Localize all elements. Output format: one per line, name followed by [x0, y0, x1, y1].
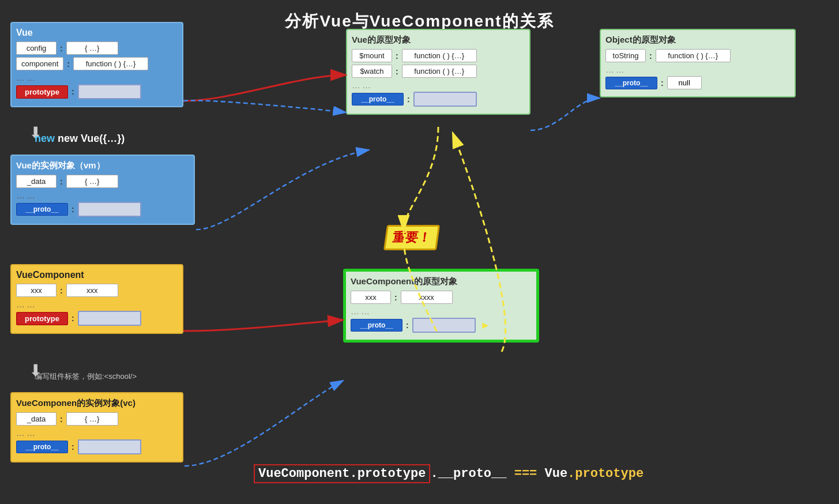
vuecomp-instance-box: VueComponen的实例对象(vc) _data : { …} …… __p… [10, 392, 183, 462]
vue-prototype-row: prototype : [16, 84, 178, 99]
watch-row: $watch : function ( ) {…} [352, 65, 525, 78]
vcp-dots: …… [351, 306, 532, 316]
colon: : [59, 177, 64, 186]
colon: : [70, 314, 76, 323]
vuecomp-instance-title: VueComponen的实例对象(vc) [16, 398, 178, 409]
vue-instance-box: Vue的实例对象（vm） _data : { …} …… __proto__ : [10, 155, 195, 225]
vc-instance-proto-key: __proto__ [16, 441, 68, 453]
vm-proto-key: __proto__ [16, 203, 68, 216]
formula-part2: .__proto__ [430, 467, 506, 481]
colon: : [648, 51, 653, 61]
vcp-xxx-key: xxx [351, 291, 391, 304]
watch-key: $watch [352, 65, 392, 78]
obj-proto-dots: …… [605, 65, 790, 74]
vc-data-row: _data : { …} [16, 412, 178, 426]
vue-prototype-key: prototype [16, 85, 68, 99]
colon: : [660, 78, 665, 88]
obj-proto-null: null [667, 76, 702, 89]
vc-instance-proto-row: __proto__ : [16, 439, 178, 454]
tostring-val: function ( ) {…} [656, 49, 731, 62]
colon: : [70, 205, 76, 214]
mount-row: $mount : function ( ) {…} [352, 49, 525, 62]
formula: VueComponent.prototype.__proto__ === Vue… [254, 467, 644, 481]
vm-data-val: { …} [66, 175, 118, 188]
vue-config-row: config : { …} [16, 42, 178, 55]
vue-component-key: component [16, 57, 63, 70]
vue-instance-title: Vue的实例对象（vm） [16, 160, 189, 171]
colon: : [405, 321, 410, 330]
vc-prototype-val [78, 311, 141, 326]
obj-proto-box: Object的原型对象 toString : function ( ) {…} … [600, 29, 796, 97]
tostring-key: toString [605, 49, 646, 62]
vc-instance-dots: …… [16, 428, 178, 438]
vue-proto-proto-row: __proto__ : [352, 92, 525, 107]
vc-instance-proto-val [78, 439, 141, 454]
vm-data-row: _data : { …} [16, 175, 189, 188]
formula-part3: === [506, 467, 544, 481]
formula-part4: Vue [545, 467, 568, 481]
vue-dots: …… [16, 73, 178, 82]
vm-proto-val [78, 202, 141, 217]
colon: : [59, 415, 64, 424]
vue-proto-dots: …… [352, 80, 525, 90]
formula-part5: .prototype [567, 467, 644, 481]
vuecomp-box-title: VueComponent [16, 270, 178, 280]
vc-xxx-val: xxx [66, 284, 118, 297]
vc-dots: …… [16, 299, 178, 309]
vue-proto-box: Vue的原型对象 $mount : function ( ) {…} $watc… [346, 29, 531, 115]
mount-key: $mount [352, 49, 392, 62]
formula-part1: VueComponent.prototype [254, 464, 430, 483]
vc-prototype-row: prototype : [16, 311, 178, 326]
vue-config-key: config [16, 42, 57, 55]
vue-component-row: component : function ( ) {…} [16, 57, 178, 70]
vue-config-val: { …} [66, 42, 118, 55]
vue-proto-proto-key: __proto__ [352, 93, 404, 106]
vm-dots: …… [16, 190, 189, 200]
vc-xxx-key: xxx [16, 284, 57, 297]
vue-component-val: function ( ) {…} [73, 57, 148, 70]
vue-proto-proto-val [413, 92, 477, 107]
vue-box: Vue config : { …} component : function (… [10, 22, 183, 107]
vue-prototype-val [78, 84, 141, 99]
vc-data-key: _data [16, 412, 57, 426]
colon: : [66, 59, 71, 69]
vc-data-val: { …} [66, 412, 118, 426]
colon: : [70, 442, 76, 452]
vcp-xxx-row: xxx : xxxx [351, 291, 532, 304]
vc-xxx-row: xxx : xxx [16, 284, 178, 297]
colon: : [70, 87, 76, 96]
arrow-right-small: ► [480, 319, 491, 332]
obj-proto-proto-key: __proto__ [605, 77, 657, 89]
new-vue-label: new new Vue({…}) [35, 133, 125, 145]
vm-data-key: _data [16, 175, 57, 188]
vm-proto-row: __proto__ : [16, 202, 189, 217]
vc-prototype-key: prototype [16, 312, 68, 325]
colon: : [394, 67, 400, 76]
vuecomp-proto-box: VueComponent的原型对象 xxx : xxxx …… __proto_… [343, 269, 539, 343]
vuecomp-box: VueComponent xxx : xxx …… prototype : [10, 264, 183, 334]
mount-val: function ( ) {…} [402, 49, 477, 62]
watch-val: function ( ) {…} [402, 65, 477, 78]
obj-proto-proto-row: __proto__ : null [605, 76, 790, 89]
colon: : [59, 44, 64, 53]
vue-proto-title: Vue的原型对象 [352, 35, 525, 46]
important-badge: 重要！ [383, 225, 440, 250]
colon: : [393, 293, 398, 302]
colon: : [394, 51, 400, 61]
vuecomp-proto-title: VueComponent的原型对象 [351, 276, 532, 287]
vcp-xxx-val: xxxx [401, 291, 453, 304]
tostring-row: toString : function ( ) {…} [605, 49, 790, 62]
vue-box-title: Vue [16, 28, 178, 38]
colon: : [406, 95, 411, 104]
write-comp-label: 编写组件标签，例如:<school/> [35, 371, 137, 382]
colon: : [59, 286, 64, 295]
vcp-proto-row: __proto__ : ► [351, 318, 532, 333]
vcp-proto-val [412, 318, 476, 333]
vcp-proto-key: __proto__ [351, 319, 402, 332]
obj-proto-title: Object的原型对象 [605, 35, 790, 46]
